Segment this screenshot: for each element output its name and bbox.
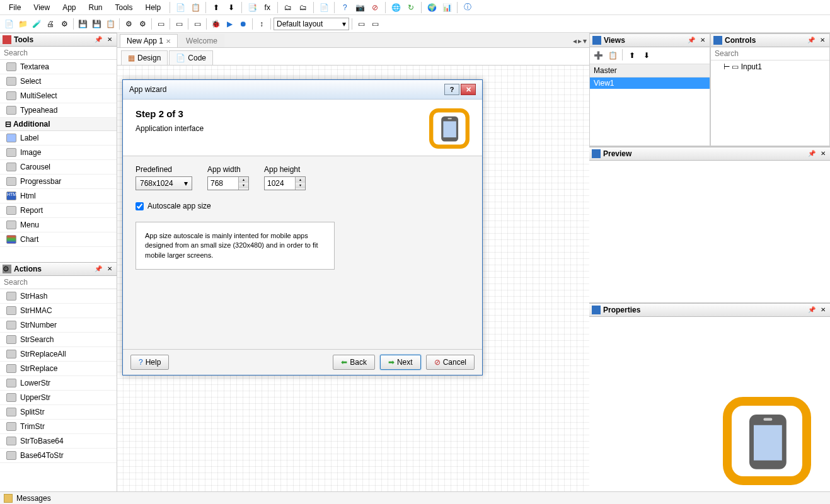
- views-tool-copy-icon[interactable]: 📋: [606, 49, 619, 62]
- toolbar-refresh-icon[interactable]: ↻: [405, 1, 417, 14]
- toolbar-help-icon[interactable]: ?: [338, 1, 351, 14]
- tb2-icon-9[interactable]: ▭: [173, 18, 185, 30]
- action-item[interactable]: StrToBase64: [0, 434, 117, 449]
- action-item[interactable]: StrReplace: [0, 362, 117, 376]
- spin-down-icon[interactable]: ▾: [239, 183, 248, 188]
- messages-label[interactable]: Messages: [16, 494, 51, 503]
- tb2-icon-8[interactable]: ▭: [154, 18, 167, 30]
- toolbar-func-icon[interactable]: fx: [261, 1, 274, 14]
- tool-menu[interactable]: Menu: [0, 218, 117, 232]
- next-button[interactable]: ➡Next: [380, 355, 421, 370]
- toolbar-icon-3[interactable]: 🗂: [282, 1, 294, 14]
- pin-icon[interactable]: 📌: [94, 35, 103, 44]
- action-item[interactable]: TrimStr: [0, 420, 117, 434]
- menu-view[interactable]: View: [28, 2, 55, 13]
- tool-carousel[interactable]: Carousel: [0, 160, 117, 175]
- toolbar-icon-8[interactable]: 📊: [441, 1, 453, 14]
- controls-search-input[interactable]: [711, 47, 829, 60]
- dialog-close-icon[interactable]: ✕: [461, 84, 476, 95]
- tab-nav-menu-icon[interactable]: ▾: [583, 37, 587, 45]
- tb2-icon-10[interactable]: ▭: [191, 18, 204, 30]
- views-tool-down-icon[interactable]: ⬇: [640, 49, 653, 62]
- toolbar-icon-4[interactable]: 🗂: [297, 1, 309, 14]
- pin-icon[interactable]: 📌: [94, 265, 103, 273]
- toolbar-icon-6[interactable]: 📷: [354, 1, 366, 14]
- layout-combo[interactable]: Default layout▾: [274, 18, 349, 30]
- tool-progressbar[interactable]: Progressbar: [0, 175, 117, 189]
- tb2-saveall-icon[interactable]: 💾: [90, 18, 103, 30]
- controls-item[interactable]: ⊢ ▭ Input1: [711, 60, 829, 73]
- spin-up-icon[interactable]: ▴: [296, 177, 305, 183]
- pin-icon[interactable]: 📌: [807, 36, 816, 45]
- toolbar-icon-1[interactable]: 📄: [174, 1, 187, 14]
- spin-down-icon[interactable]: ▾: [296, 183, 305, 188]
- app-width-spinner[interactable]: ▴▾: [207, 176, 249, 190]
- tool-chart[interactable]: Chart: [0, 232, 117, 247]
- help-button[interactable]: ?Help: [130, 355, 169, 370]
- tab-welcome[interactable]: Welcome: [179, 34, 224, 47]
- toolbar-icon-7[interactable]: 🌍: [425, 1, 438, 14]
- views-tool-add-icon[interactable]: ➕: [592, 49, 604, 62]
- menu-app[interactable]: App: [57, 2, 81, 13]
- action-item[interactable]: StrSearch: [0, 333, 117, 347]
- tools-category[interactable]: ⊟ Additional: [0, 118, 117, 131]
- tab-newapp1[interactable]: New App 1✕: [120, 34, 178, 47]
- back-button[interactable]: ⬅Back: [333, 355, 375, 370]
- toolbar-icon-2[interactable]: 📋: [189, 1, 202, 14]
- tb2-icon-3[interactable]: 🧪: [30, 18, 43, 30]
- spin-up-icon[interactable]: ▴: [239, 177, 248, 183]
- toolbar-arrow-down-icon[interactable]: ⬇: [225, 1, 238, 14]
- subtab-design[interactable]: ▦Design: [121, 50, 168, 65]
- subtab-code[interactable]: 📄Code: [169, 50, 213, 65]
- tb2-icon-6[interactable]: ⚙: [122, 18, 135, 30]
- action-item[interactable]: StrReplaceAll: [0, 347, 117, 362]
- action-item[interactable]: UpperStr: [0, 391, 117, 405]
- tools-search-input[interactable]: [0, 47, 117, 59]
- tab-close-icon[interactable]: ✕: [166, 38, 171, 45]
- views-tool-up-icon[interactable]: ⬆: [626, 49, 638, 62]
- toolbar-icon-5[interactable]: 📄: [318, 1, 330, 14]
- tb2-icon-7[interactable]: ⚙: [136, 18, 149, 30]
- app-height-input[interactable]: [265, 177, 295, 190]
- close-icon[interactable]: ✕: [105, 265, 114, 273]
- close-icon[interactable]: ✕: [818, 36, 827, 45]
- menu-tools[interactable]: Tools: [110, 2, 138, 13]
- tb2-icon-2[interactable]: 📁: [16, 18, 29, 30]
- pin-icon[interactable]: 📌: [807, 306, 816, 314]
- tool-multiselect[interactable]: MultiSelect: [0, 89, 117, 103]
- tb2-save-icon[interactable]: 💾: [76, 18, 89, 30]
- close-icon[interactable]: ✕: [819, 306, 827, 314]
- tool-label[interactable]: Label: [0, 131, 117, 146]
- toolbar-arrow-up-icon[interactable]: ⬆: [210, 1, 222, 14]
- tb2-icon-11[interactable]: ▭: [355, 18, 367, 30]
- tool-select[interactable]: Select: [0, 74, 117, 89]
- pin-icon[interactable]: 📌: [687, 36, 696, 45]
- tb2-sort-icon[interactable]: ↕: [255, 18, 268, 30]
- actions-search-input[interactable]: [0, 276, 117, 289]
- action-item[interactable]: StrHash: [0, 289, 117, 304]
- tool-image[interactable]: Image: [0, 146, 117, 160]
- views-master-header[interactable]: Master: [590, 64, 710, 77]
- tool-html[interactable]: HTMLHtml: [0, 189, 117, 203]
- autoscale-checkbox[interactable]: [135, 202, 144, 210]
- tool-textarea[interactable]: Textarea: [0, 60, 117, 74]
- menu-run[interactable]: Run: [84, 2, 108, 13]
- action-item[interactable]: Base64ToStr: [0, 449, 117, 463]
- tab-nav-left-icon[interactable]: ◂: [573, 37, 577, 45]
- views-item-view1[interactable]: View1: [590, 77, 710, 89]
- action-item[interactable]: StrNumber: [0, 318, 117, 333]
- tb2-play-icon[interactable]: ▶: [223, 18, 236, 30]
- tb2-debug-icon[interactable]: 🐞: [209, 18, 222, 30]
- toolbar-globe-icon[interactable]: 🌐: [389, 1, 402, 14]
- predefined-combo[interactable]: 768x1024▾: [135, 176, 192, 190]
- close-icon[interactable]: ✕: [698, 36, 707, 45]
- tb2-record-icon[interactable]: ⏺: [237, 18, 250, 30]
- tool-typeahead[interactable]: Typeahead: [0, 103, 117, 118]
- cancel-button[interactable]: ⊘Cancel: [426, 355, 475, 370]
- close-icon[interactable]: ✕: [819, 149, 827, 158]
- tb2-icon-5[interactable]: 📋: [104, 18, 117, 30]
- tb2-gear-icon[interactable]: ⚙: [58, 18, 71, 30]
- label-autoscale[interactable]: Autoscale app size: [147, 202, 211, 210]
- tab-nav-right-icon[interactable]: ▸: [578, 37, 582, 45]
- close-icon[interactable]: ✕: [105, 35, 114, 44]
